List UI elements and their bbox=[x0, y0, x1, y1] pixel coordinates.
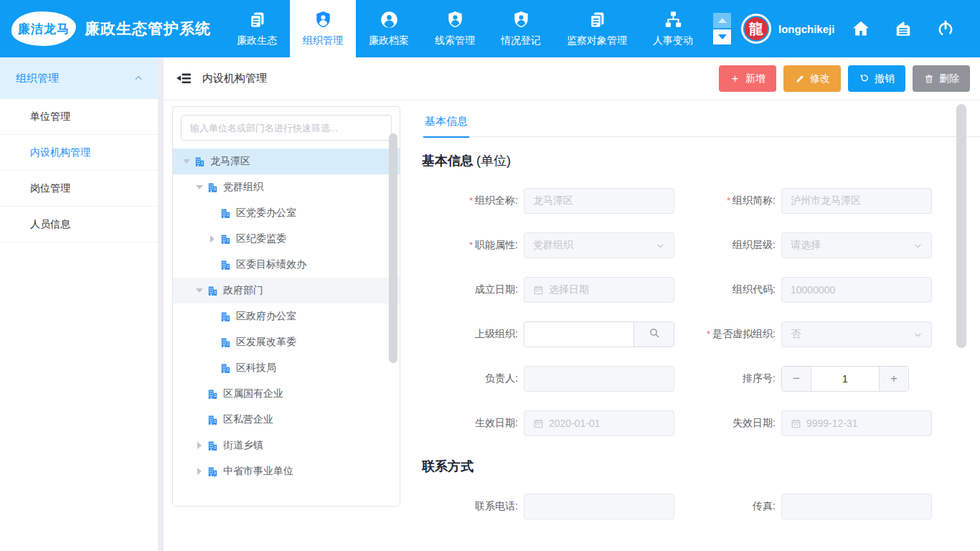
nav-item-2[interactable]: 廉政档案 bbox=[356, 0, 422, 57]
basic-field-9-stepper: −1+ bbox=[781, 366, 909, 392]
tree-node-11[interactable]: 街道乡镇 bbox=[173, 433, 400, 458]
field-label: 上级组织: bbox=[422, 328, 524, 341]
mailbox-icon[interactable] bbox=[894, 19, 913, 38]
tree-expander[interactable] bbox=[180, 159, 193, 164]
tree-node-7[interactable]: 区发展改革委 bbox=[173, 329, 400, 355]
shield-user-icon bbox=[446, 10, 465, 29]
tree-expander[interactable] bbox=[193, 468, 206, 475]
basic-field-6-search bbox=[524, 321, 674, 347]
toolbar: 内设机构管理 + 新增 修改 撤销 删除 bbox=[164, 57, 980, 100]
required-asterisk: * bbox=[707, 329, 710, 339]
field-label: *是否虚拟组织: bbox=[674, 328, 781, 341]
sidebar-item-3[interactable]: 人员信息 bbox=[0, 207, 158, 242]
basic-field-6-input[interactable] bbox=[524, 322, 633, 347]
form-row: *组织全称: 龙马潭区 *组织简称: 泸州市龙马潭区 bbox=[422, 188, 980, 214]
basic-field-3-wrap: 组织层级: 请选择 bbox=[674, 232, 932, 258]
form-tabs: 基本信息 bbox=[422, 106, 980, 137]
sidebar-item-2[interactable]: 岗位管理 bbox=[0, 171, 158, 207]
tree-node-10[interactable]: 区私营企业 bbox=[173, 407, 400, 433]
tree-node-label: 区政府办公室 bbox=[236, 310, 296, 323]
search-button[interactable] bbox=[633, 322, 674, 347]
tree-node-2[interactable]: 区党委办公室 bbox=[173, 200, 400, 226]
basic-field-1-input: 泸州市龙马潭区 bbox=[781, 188, 932, 214]
calendar-icon bbox=[791, 418, 801, 429]
stepper-plus-button[interactable]: + bbox=[880, 367, 908, 391]
triangle-up-icon bbox=[718, 18, 727, 23]
nav-item-5[interactable]: 监察对象管理 bbox=[554, 0, 640, 57]
sidebar-item-1[interactable]: 内设机构管理 bbox=[0, 135, 158, 171]
home-icon[interactable] bbox=[852, 19, 870, 38]
contact-field-0-wrap: 联系电话: bbox=[422, 494, 674, 519]
contact-field-1-input bbox=[781, 494, 932, 519]
basic-field-2-select: 党群组织 bbox=[524, 232, 674, 258]
toolbar-button-0[interactable]: + 新增 bbox=[719, 65, 776, 92]
tree-node-9[interactable]: 区属国有企业 bbox=[173, 381, 400, 407]
building-icon bbox=[220, 233, 232, 245]
tree-expander[interactable] bbox=[206, 235, 219, 242]
required-asterisk: * bbox=[469, 240, 473, 250]
basic-field-2-wrap: *职能属性: 党群组织 bbox=[422, 232, 674, 258]
tree-node-6[interactable]: 区政府办公室 bbox=[173, 303, 400, 329]
plus-icon: + bbox=[730, 73, 740, 84]
tree-node-1[interactable]: 党群组织 bbox=[173, 174, 400, 200]
chevron-up-icon bbox=[133, 73, 143, 83]
nav-item-label: 廉政档案 bbox=[369, 34, 409, 47]
calendar-icon bbox=[533, 418, 544, 429]
basic-field-8-input bbox=[524, 366, 674, 392]
tree-expander[interactable] bbox=[193, 442, 206, 449]
nav-scroll-down-button[interactable] bbox=[713, 29, 731, 44]
nav-item-4[interactable]: 情况登记 bbox=[488, 0, 554, 57]
tree-node-4[interactable]: 区委目标绩效办 bbox=[173, 252, 400, 278]
nav-item-3[interactable]: 线索管理 bbox=[422, 0, 488, 57]
sidebar-item-0[interactable]: 单位管理 bbox=[0, 99, 158, 135]
tree-node-12[interactable]: 中省市事业单位 bbox=[173, 458, 400, 484]
nav-item-0[interactable]: 廉政生态 bbox=[224, 0, 290, 57]
building-icon bbox=[207, 388, 219, 400]
tree-node-5[interactable]: 政府部门 bbox=[173, 278, 400, 303]
form-row: 负责人: 排序号: −1+ bbox=[422, 366, 980, 392]
form-row: 上级组织: *是否虚拟组织: 否 bbox=[422, 321, 980, 347]
basic-field-9-wrap: 排序号: −1+ bbox=[674, 366, 909, 392]
basic-field-10-wrap: 生效日期: 2020-01-01 bbox=[422, 410, 674, 436]
tree-expander[interactable] bbox=[193, 288, 206, 293]
tree-node-0[interactable]: 龙马潭区 bbox=[173, 149, 400, 174]
tree-scrollbar[interactable] bbox=[389, 133, 397, 363]
main-nav: 廉政生态 组织管理 廉政档案 线索管理 情况登记 监察对象管理 人事变动 bbox=[224, 0, 706, 57]
field-label: 组织代码: bbox=[674, 283, 781, 296]
main-scrollbar[interactable] bbox=[956, 104, 966, 348]
tree-expander[interactable] bbox=[193, 185, 206, 189]
field-label: 联系电话: bbox=[422, 500, 524, 513]
building-icon bbox=[220, 336, 232, 349]
field-label: 排序号: bbox=[674, 372, 781, 385]
collapse-menu-icon[interactable] bbox=[175, 70, 192, 88]
toolbar-button-1[interactable]: 修改 bbox=[783, 65, 841, 92]
tree-node-label: 区发展改革委 bbox=[236, 336, 296, 349]
documents-icon bbox=[588, 10, 607, 29]
tree-node-8[interactable]: 区科技局 bbox=[173, 355, 400, 381]
stepper-value[interactable]: 1 bbox=[811, 367, 880, 391]
chevron-down-icon bbox=[913, 330, 923, 339]
calendar-icon bbox=[533, 285, 544, 296]
tree-search-input[interactable] bbox=[181, 115, 392, 141]
nav-item-6[interactable]: 人事变动 bbox=[640, 0, 706, 57]
tab-basic-info[interactable]: 基本信息 bbox=[423, 106, 469, 138]
toolbar-button-2[interactable]: 撤销 bbox=[848, 65, 905, 92]
nav-scroll-up-button[interactable] bbox=[713, 13, 731, 28]
basic-field-4-date: 选择日期 bbox=[524, 277, 674, 303]
tree-node-3[interactable]: 区纪委监委 bbox=[173, 226, 400, 252]
basic-field-0-wrap: *组织全称: 龙马潭区 bbox=[422, 188, 674, 214]
input-value: 10000000 bbox=[791, 284, 835, 296]
nav-item-label: 人事变动 bbox=[653, 34, 693, 47]
toolbar-button-3[interactable]: 删除 bbox=[913, 65, 970, 92]
nav-item-1[interactable]: 组织管理 bbox=[290, 0, 356, 57]
sidebar-group-org-management[interactable]: 组织管理 bbox=[0, 57, 158, 99]
field-label: 成立日期: bbox=[422, 283, 524, 296]
field-label: 负责人: bbox=[422, 372, 524, 385]
user-avatar[interactable]: 龍 bbox=[741, 14, 771, 44]
user-circle-icon bbox=[380, 10, 399, 29]
power-icon[interactable] bbox=[936, 19, 955, 38]
stepper-minus-button[interactable]: − bbox=[782, 367, 811, 391]
date-value: 2020-01-01 bbox=[549, 418, 600, 429]
shield-user-icon bbox=[314, 10, 333, 29]
nav-scroll bbox=[713, 13, 731, 44]
